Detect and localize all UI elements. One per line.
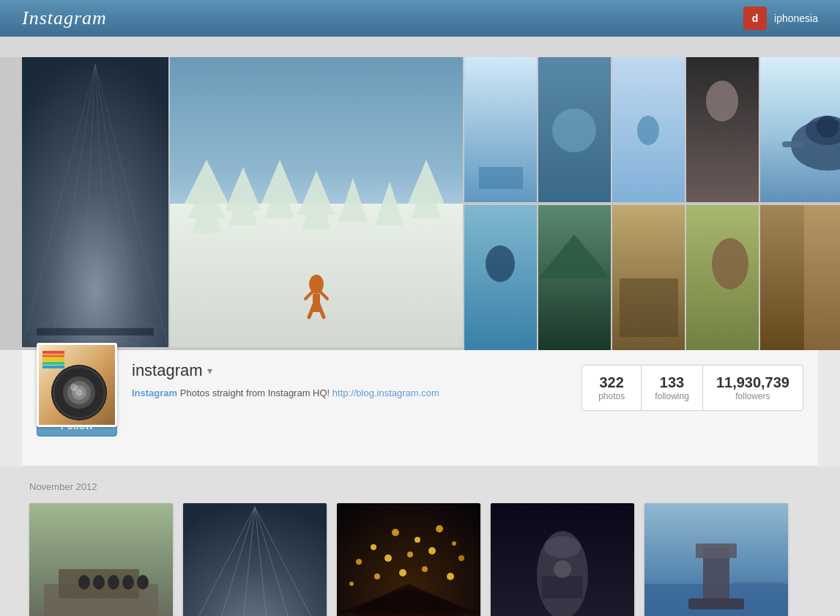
- svg-point-110: [544, 536, 581, 558]
- followers-count: 11,930,739: [716, 374, 789, 391]
- cover-photo-skier[interactable]: [612, 57, 685, 202]
- svg-point-105: [447, 573, 454, 580]
- feed-photo-3[interactable]: [337, 503, 480, 616]
- svg-point-95: [452, 541, 456, 546]
- logo-text: Instagram: [22, 7, 107, 29]
- svg-rect-61: [42, 358, 64, 361]
- app-logo: Instagram: [22, 7, 107, 29]
- svg-point-96: [356, 559, 362, 565]
- svg-point-112: [554, 560, 571, 578]
- svg-rect-118: [732, 582, 784, 585]
- svg-rect-62: [42, 362, 64, 365]
- svg-point-77: [122, 575, 134, 590]
- svg-point-101: [349, 582, 354, 586]
- svg-rect-116: [696, 543, 737, 558]
- followers-label: followers: [716, 391, 789, 401]
- profile-stats: 322 photos 133 following 11,930,739 foll…: [581, 365, 803, 411]
- svg-point-103: [399, 569, 406, 576]
- header-user-area[interactable]: d iphonesia: [743, 7, 818, 30]
- svg-point-92: [392, 529, 399, 536]
- svg-point-47: [712, 238, 748, 289]
- profile-section: Follow instagram ▾ Instagram Photos stra…: [22, 350, 818, 467]
- svg-point-102: [374, 574, 380, 579]
- cover-photo-snow[interactable]: [170, 57, 463, 347]
- svg-point-76: [108, 575, 119, 590]
- feed-photo-4[interactable]: [491, 503, 634, 616]
- svg-rect-111: [542, 576, 583, 598]
- feed-content: November 2012: [22, 467, 818, 616]
- header-username[interactable]: iphonesia: [774, 12, 818, 24]
- svg-point-97: [384, 554, 392, 562]
- profile-username: instagram: [132, 361, 203, 380]
- svg-point-37: [486, 245, 515, 282]
- svg-rect-33: [479, 167, 523, 189]
- svg-point-41: [637, 116, 659, 145]
- photo-grid: [29, 503, 811, 616]
- profile-avatar: [37, 343, 117, 427]
- header-avatar: d: [743, 7, 767, 30]
- svg-point-104: [422, 566, 428, 572]
- cover-photo-dome[interactable]: [22, 57, 168, 347]
- svg-rect-79: [183, 503, 327, 616]
- svg-rect-56: [760, 205, 804, 350]
- svg-point-93: [415, 537, 420, 543]
- svg-point-35: [552, 108, 596, 152]
- feed-area: November 2012: [0, 467, 840, 616]
- svg-rect-63: [42, 365, 64, 368]
- following-count: 133: [655, 374, 689, 391]
- month-label: November 2012: [29, 481, 811, 492]
- svg-rect-0: [22, 57, 168, 347]
- svg-rect-10: [37, 328, 154, 335]
- svg-point-75: [93, 575, 105, 590]
- svg-point-74: [78, 575, 90, 590]
- feed-photo-5[interactable]: [644, 503, 788, 616]
- svg-point-99: [428, 547, 436, 554]
- cover-photo-llama[interactable]: [686, 205, 759, 350]
- svg-rect-42: [686, 57, 759, 202]
- cover-photo-hallway[interactable]: [760, 205, 840, 350]
- stat-following: 133 following: [642, 365, 703, 410]
- svg-point-43: [706, 81, 738, 122]
- snow-svg: [170, 57, 463, 347]
- svg-rect-45: [620, 278, 678, 337]
- svg-rect-51: [782, 141, 804, 147]
- app-header: Instagram d iphonesia: [0, 0, 840, 37]
- avatar-letter: d: [752, 12, 759, 24]
- cover-photo-airplane[interactable]: [760, 57, 840, 202]
- profile-info: instagram ▾ Instagram Photos straight fr…: [132, 357, 567, 401]
- cover-photo-travel[interactable]: [538, 57, 611, 202]
- stat-photos: 322 photos: [582, 365, 642, 410]
- svg-point-100: [458, 555, 464, 561]
- svg-point-98: [407, 552, 413, 557]
- svg-point-70: [70, 384, 78, 391]
- feed-photo-1[interactable]: [29, 503, 173, 616]
- svg-point-26: [309, 275, 324, 294]
- svg-rect-55: [804, 205, 840, 350]
- profile-username-row: instagram ▾: [132, 361, 567, 380]
- cover-mosaic: [22, 57, 818, 350]
- dome-svg: [22, 57, 168, 347]
- cover-photo-person[interactable]: [464, 205, 537, 350]
- photos-label: photos: [598, 391, 625, 401]
- svg-point-53: [817, 116, 839, 138]
- cover-photo-ruins[interactable]: [612, 205, 685, 350]
- profile-bio: Instagram Photos straight from Instagram…: [132, 386, 567, 401]
- cover-photo-mountain[interactable]: [538, 205, 611, 350]
- bio-brand: Instagram: [132, 387, 177, 398]
- following-label: following: [655, 391, 689, 401]
- stat-followers: 11,930,739 followers: [703, 365, 803, 410]
- svg-point-78: [137, 575, 149, 590]
- svg-rect-59: [42, 351, 64, 354]
- instagram-logo-svg: [39, 345, 117, 427]
- svg-point-91: [371, 544, 376, 550]
- photos-count: 322: [598, 374, 625, 391]
- bio-text: Photos straight from Instagram HQ!: [180, 387, 332, 398]
- svg-rect-60: [42, 355, 64, 357]
- bio-link[interactable]: http://blog.instagram.com: [332, 387, 439, 398]
- feed-photo-2[interactable]: [183, 503, 327, 616]
- cover-photo-blue1[interactable]: [464, 57, 537, 202]
- avatar-column: Follow: [37, 357, 117, 455]
- svg-rect-117: [688, 598, 744, 609]
- profile-dropdown-arrow[interactable]: ▾: [207, 365, 212, 376]
- cover-photo-woman[interactable]: [686, 57, 759, 202]
